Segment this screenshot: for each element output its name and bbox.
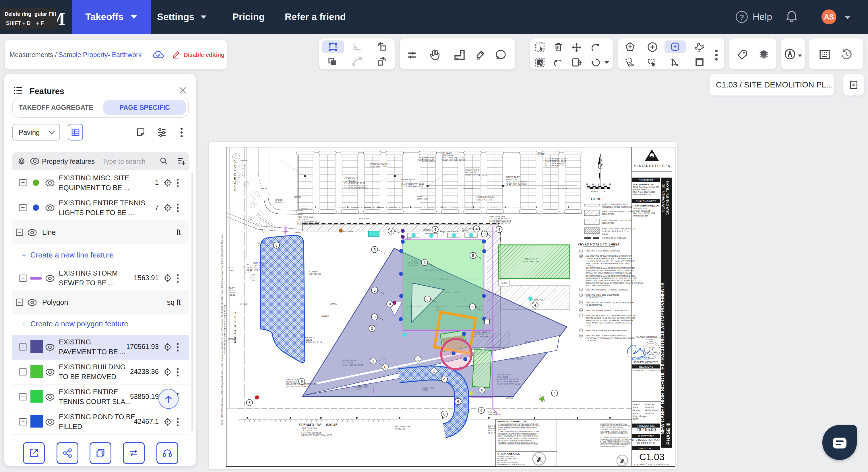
svg-text:FL 12" HDP (E) 100.23: FL 12" HDP (E) 100.23 [546, 164, 567, 167]
svg-text:(34850: (34850 [228, 269, 234, 272]
svg-text:PRESENTED ON THESE DRAWINGS AR: PRESENTED ON THESE DRAWINGS ARE SHOWN IN [498, 432, 538, 434]
svg-text:5: 5 [426, 297, 428, 301]
svg-text:6: 6 [301, 379, 303, 384]
svg-text:VLK Architects, Inc.: VLK Architects, Inc. [633, 183, 655, 186]
svg-text:N03°11'39"W 1126.17': N03°11'39"W 1126.17' [233, 160, 237, 192]
svg-text:FL 12" HDP (SE) 100.16: FL 12" HDP (SE) 100.16 [442, 159, 465, 161]
svg-text:GOAL POST: GOAL POST [532, 299, 545, 301]
svg-text:0: 0 [598, 183, 599, 185]
svg-text:FL 18" RCP (N) 99.21: FL 18" RCP (N) 99.21 [506, 183, 527, 185]
svg-text:TO BE REMOVED.: TO BE REMOVED. [586, 296, 603, 299]
svg-text:BRIAN W. REED: BRIAN W. REED [645, 351, 657, 353]
svg-text:4: 4 [434, 227, 436, 232]
svg-text:SHEETS C3.01 & C3.02. HIGHBANK: SHEETS C3.01 & C3.02. HIGHBANK OF EXISTI… [586, 319, 633, 322]
svg-text:TO BE REMOVED: TO BE REMOVED [586, 304, 602, 306]
svg-text:5: 5 [423, 260, 425, 265]
svg-text:8: 8 [580, 329, 582, 332]
svg-text:SCALE: 1"= 30': SCALE: 1"= 30' [590, 190, 607, 193]
svg-text:128633: 128633 [649, 353, 654, 355]
svg-text:TR=104.29: TR=104.29 [395, 428, 405, 430]
svg-text:(STATEWIDE OUTSIDE HOUSTON): (STATEWIDE OUTSIDE HOUSTON) [497, 463, 525, 465]
svg-text:HOUSTON: (713) 223-4567: HOUSTON: (713) 223-4567 [497, 462, 518, 463]
svg-text:6: 6 [580, 309, 582, 312]
svg-text:EXISTING ENTIRE TENNIS COURT S: EXISTING ENTIRE TENNIS COURT SLAB & LIGH… [586, 302, 634, 304]
svg-text:ALL DAMAGES CAUSED BY HIS FAIL: ALL DAMAGES CAUSED BY HIS FAILURE [600, 442, 630, 444]
svg-text:Quality Control: Quality Control [645, 409, 659, 411]
svg-text:4: 4 [475, 227, 477, 231]
svg-text:IRRIGATION OUTSIDE OF THE LIMI: IRRIGATION OUTSIDE OF THE LIMITS OF THE … [586, 279, 637, 282]
svg-text:5: 5 [471, 305, 473, 309]
svg-text:BWR: BWR [633, 412, 638, 415]
svg-text:CONTRACTOR SHALL COORDINATE WI: CONTRACTOR SHALL COORDINATE WITH OWNER [586, 267, 635, 269]
svg-text:5: 5 [580, 301, 582, 304]
svg-text:BWR,JDK: BWR,JDK [645, 412, 654, 414]
svg-text:PROJECT NO.: PROJECT NO. [638, 425, 655, 427]
svg-text:SHEET TITLE: SHEET TITLE [638, 435, 654, 438]
svg-text:GRASS: GRASS [240, 303, 247, 305]
svg-text:Main Phone: 832.287.9874: Main Phone: 832.287.9874 [633, 212, 655, 214]
svg-text:UTILITIES TO BE REMOVED: UTILITIES TO BE REMOVED [602, 206, 632, 208]
svg-text:PUBLIC) IN THE FIELD PRIOR TO: PUBLIC) IN THE FIELD PRIOR TO [600, 427, 624, 429]
svg-text:F-24281: F-24281 [646, 338, 653, 340]
svg-text:CIVIL ENGINEER: CIVIL ENGINEER [636, 200, 656, 203]
svg-text:EXISTING MISC. SITE EQUIPMENT: EXISTING MISC. SITE EQUIPMENT [586, 294, 619, 296]
svg-text:EXISTING POWER POLE TO BE REMO: EXISTING POWER POLE TO BE REMOVED [586, 330, 627, 332]
svg-text:6: 6 [481, 388, 483, 392]
svg-text:1: 1 [372, 359, 374, 363]
svg-text:30: 30 [609, 183, 611, 185]
svg-text:LEGEND:: LEGEND: [586, 197, 603, 201]
svg-text:MAINTENANCE DEPARTMENT TO ENSU: MAINTENANCE DEPARTMENT TO ENSURE EXISTIN… [586, 277, 637, 279]
svg-text:BWR: BWR [633, 418, 638, 420]
svg-text:Houston, Texas 77064: Houston, Texas 77064 [633, 210, 651, 212]
svg-text:KEYED NOTES TO SHEET:: KEYED NOTES TO SHEET: [578, 243, 620, 246]
svg-text:7: 7 [580, 314, 582, 317]
svg-text:1: 1 [433, 369, 435, 373]
svg-text:BWR,JDK: BWR,JDK [645, 406, 654, 408]
svg-text:FL 24" HDP (E) 98.75: FL 24" HDP (E) 98.75 [298, 223, 318, 225]
svg-text:CONCRETE: CONCRETE [462, 187, 474, 190]
svg-text:Revision No.: Revision No. [633, 369, 645, 371]
svg-text:BUMP TYP.: BUMP TYP. [417, 198, 428, 200]
svg-text:23-155.00: 23-155.00 [637, 427, 656, 432]
svg-text:MEASURE TO BOTTOM=93.78: MEASURE TO BOTTOM=93.78 [301, 434, 332, 436]
svg-text:GRASS: GRASS [293, 196, 301, 198]
svg-text:CONCRETE: CONCRETE [555, 187, 567, 190]
svg-text:FIELD IRRIGATION LINES.: FIELD IRRIGATION LINES. [586, 284, 611, 287]
svg-text:Main Phone: 281.671.2300: Main Phone: 281.671.2300 [633, 191, 655, 193]
svg-text:THAT ARE LOCATED WITHIN FIELD.: THAT ARE LOCATED WITHIN FIELD. CONTRACTO… [586, 260, 635, 262]
svg-text:4: 4 [498, 227, 500, 232]
svg-text:NEW CANEY HIGH SCHOOL EXTRACUR: NEW CANEY HIGH SCHOOL EXTRACURRICULAR IM… [660, 282, 665, 434]
svg-text:DISCOVERED, CONTRACTOR SHALL: DISCOVERED, CONTRACTOR SHALL [600, 430, 627, 432]
svg-text:UNDERGROUND: UNDERGROUND [370, 163, 388, 165]
svg-text:ONE STORY: ONE STORY [524, 258, 538, 260]
svg-text:COMMENCING ANY WORK. CONTRACTO: COMMENCING ANY WORK. CONTRACTOR IS FULLY [498, 438, 538, 439]
svg-text:LINK FENCE: LINK FENCE [309, 273, 321, 275]
svg-text:SHALL DETERMINE THE EXACT LOCA: SHALL DETERMINE THE EXACT LOCATION BEFOR… [498, 436, 538, 438]
svg-text:WERE OBTAINED FROM THE BEST IN: WERE OBTAINED FROM THE BEST INFORMATION [498, 427, 537, 429]
svg-text:(TYP.): (TYP.) [462, 230, 468, 232]
svg-text:CONSTRUCTION. IF A CONFLICT IS: CONSTRUCTION. IF A CONFLICT IS [600, 429, 626, 430]
svg-text:5: 5 [373, 315, 375, 319]
svg-text:CONTROL APPURTENANCES TO BE RE: CONTROL APPURTENANCES TO BE REMOVED [586, 258, 631, 260]
svg-text:CONTRACTOR SHALL COORDINATE WI: CONTRACTOR SHALL COORDINATE WITH SCHOOL [586, 275, 636, 277]
svg-text:FL 18" RCP (E) 100.16: FL 18" RCP (E) 100.16 [465, 173, 487, 176]
svg-text:EXISTING BUILDING TO BE: EXISTING BUILDING TO BE [602, 219, 632, 222]
svg-text:SWALE: SWALE [321, 315, 329, 317]
svg-text:6: 6 [457, 400, 459, 404]
svg-text:www.taloncivil.com: www.taloncivil.com [633, 215, 648, 217]
svg-text:6: 6 [275, 243, 277, 247]
svg-text:EXISTING STORM SEWER TO BE REM: EXISTING STORM SEWER TO BE REMOVED [586, 309, 628, 312]
svg-text:NEW CANEY ISD: NEW CANEY ISD [661, 183, 665, 212]
svg-text:METAL BUILDING: METAL BUILDING [522, 260, 540, 263]
svg-text:COPYRIGHT © 2024 VLK ARCHITE: COPYRIGHT © 2024 VLK ARCHITECTS [634, 463, 670, 465]
svg-text:Drawn By: Drawn By [645, 403, 654, 406]
svg-text:UNDERGROUND: UNDERGROUND [417, 156, 435, 159]
svg-text:ARCHITECT: ARCHITECT [639, 179, 654, 181]
svg-text:5: 5 [472, 254, 474, 258]
svg-text:S86°44'01"W 1830.46': S86°44'01"W 1830.46' [299, 423, 338, 427]
svg-text:SITE DEMOLITION PLAN: SITE DEMOLITION PLAN [632, 438, 660, 441]
svg-text:STORM SEWER TO BE REROUTED AS: STORM SEWER TO BE REROUTED AS SHOWN ON [586, 317, 634, 319]
svg-text:4: 4 [580, 294, 582, 296]
svg-text:GRATE INLET: GRATE INLET [344, 177, 359, 179]
svg-text:C1.03: C1.03 [639, 452, 664, 462]
